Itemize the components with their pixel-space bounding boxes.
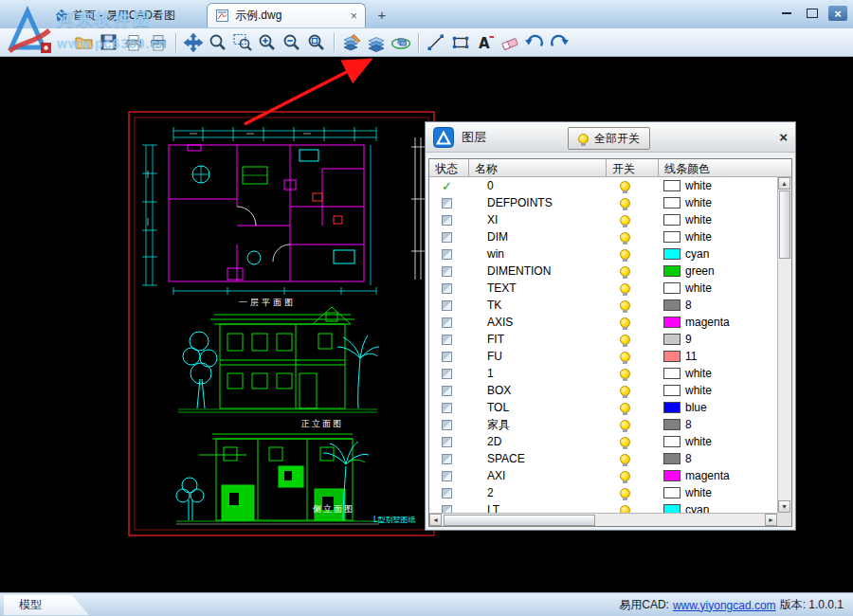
layer-panel-titlebar[interactable]: 图层 全部开关 × xyxy=(426,122,795,153)
layer-status-icon[interactable] xyxy=(442,403,452,413)
layer-status-icon[interactable] xyxy=(442,437,452,447)
model-tab[interactable]: 模型 xyxy=(4,595,91,615)
layer-status-icon[interactable] xyxy=(442,232,452,243)
scroll-right-icon[interactable]: ► xyxy=(765,514,777,526)
tab-document[interactable]: 示例.dwg × xyxy=(207,3,366,27)
layer-color-swatch[interactable] xyxy=(663,385,681,396)
layer-row[interactable]: 2 white xyxy=(429,484,777,501)
layer-color-swatch[interactable] xyxy=(663,436,681,447)
layer-status-icon[interactable] xyxy=(442,420,452,430)
layer-color-swatch[interactable] xyxy=(663,197,681,208)
layer-visibility-bulb-icon[interactable] xyxy=(620,181,630,191)
layer-color-cell[interactable]: green xyxy=(659,264,777,278)
layer-color-cell[interactable]: magenta xyxy=(659,316,777,329)
vertical-scroll-thumb[interactable] xyxy=(779,190,790,259)
layer-visibility-bulb-icon[interactable] xyxy=(620,249,630,260)
undo-button[interactable] xyxy=(522,30,547,55)
text-tool-button[interactable]: A xyxy=(473,30,498,55)
layer-row[interactable]: win cyan xyxy=(429,245,777,263)
line-tool-button[interactable] xyxy=(424,30,448,55)
scroll-left-icon[interactable]: ◄ xyxy=(429,514,442,526)
layer-row[interactable]: FU 11 xyxy=(429,348,777,365)
layer-row[interactable]: BOX white xyxy=(429,382,777,399)
layer-row[interactable]: XI white xyxy=(429,211,777,228)
layer-color-cell[interactable]: white xyxy=(659,196,777,209)
layer-visibility-bulb-icon[interactable] xyxy=(620,420,630,430)
layer-color-cell[interactable]: 8 xyxy=(659,418,777,431)
layer-visibility-bulb-icon[interactable] xyxy=(620,471,630,481)
layer-visibility-bulb-icon[interactable] xyxy=(620,454,630,464)
layer-color-swatch[interactable] xyxy=(663,231,681,243)
new-tab-button[interactable]: + xyxy=(373,6,390,23)
layer-color-swatch[interactable] xyxy=(663,180,681,191)
redo-button[interactable] xyxy=(547,30,572,55)
layer-status-icon[interactable] xyxy=(442,386,452,396)
eraser-tool-button[interactable] xyxy=(498,30,522,55)
zoom-window-button[interactable] xyxy=(230,30,255,55)
layer-color-cell[interactable]: cyan xyxy=(659,247,777,261)
layer-panel-close-icon[interactable]: × xyxy=(779,129,788,145)
layer-visibility-bulb-icon[interactable] xyxy=(620,403,630,413)
layer-status-icon[interactable]: ✓ xyxy=(442,180,452,192)
zoom-in-button[interactable] xyxy=(255,30,280,55)
layer-row[interactable]: TOL blue xyxy=(429,399,777,416)
vertical-scrollbar[interactable]: ▲ ▼ xyxy=(777,177,791,513)
layer-row[interactable]: DIM white xyxy=(429,228,777,245)
layer-color-swatch[interactable] xyxy=(663,470,681,481)
layer-color-cell[interactable]: 11 xyxy=(659,350,777,363)
layer-color-cell[interactable]: white xyxy=(659,435,777,448)
layer-status-icon[interactable] xyxy=(442,471,452,481)
minimize-button[interactable] xyxy=(777,6,796,21)
layer-color-swatch[interactable] xyxy=(663,487,681,498)
pan-button[interactable] xyxy=(181,30,206,55)
layer-visibility-bulb-icon[interactable] xyxy=(620,300,630,311)
horizontal-scrollbar[interactable]: ◄ ► xyxy=(429,513,777,526)
scroll-up-icon[interactable]: ▲ xyxy=(778,177,790,190)
layer-row[interactable]: SPACE 8 xyxy=(429,450,777,467)
close-button[interactable]: × xyxy=(828,6,847,21)
layer-status-icon[interactable] xyxy=(442,266,452,277)
layer-color-swatch[interactable] xyxy=(663,265,681,277)
layer-visibility-bulb-icon[interactable] xyxy=(620,369,630,379)
print-button[interactable] xyxy=(121,30,146,55)
layer-status-icon[interactable] xyxy=(442,488,452,498)
layer-visibility-bulb-icon[interactable] xyxy=(620,215,630,226)
plot-button[interactable] xyxy=(146,30,171,55)
layer-visibility-bulb-icon[interactable] xyxy=(620,283,630,294)
layer-row[interactable]: DIMENTION green xyxy=(429,263,777,280)
layer-visibility-bulb-icon[interactable] xyxy=(620,488,630,498)
maximize-button[interactable] xyxy=(803,6,822,21)
layer-visibility-bulb-icon[interactable] xyxy=(620,266,630,277)
layer-visibility-bulb-icon[interactable] xyxy=(620,505,630,514)
layer-color-swatch[interactable] xyxy=(663,419,681,430)
save-button[interactable] xyxy=(97,30,121,55)
layer-row[interactable]: AXIS magenta xyxy=(429,314,777,331)
layer-row[interactable]: DEFPOINTS white xyxy=(429,194,777,211)
layer-visibility-bulb-icon[interactable] xyxy=(620,437,630,447)
layer-visibility-bulb-icon[interactable] xyxy=(620,232,630,243)
rectangle-tool-button[interactable] xyxy=(448,30,473,55)
layer-color-swatch[interactable] xyxy=(663,282,681,294)
layer-color-swatch[interactable] xyxy=(663,368,681,379)
layer-row[interactable]: FIT 9 xyxy=(429,331,777,348)
layer-row[interactable]: TEXT white xyxy=(429,280,777,297)
layer-row[interactable]: LT cyan xyxy=(429,501,777,513)
tab-close-icon[interactable]: × xyxy=(350,9,357,22)
layer-color-cell[interactable]: white xyxy=(659,179,777,192)
view-3d-button[interactable] xyxy=(389,30,413,55)
layer-status-icon[interactable] xyxy=(442,283,452,294)
layer-row[interactable]: TK 8 xyxy=(429,297,777,314)
layer-row[interactable]: ✓ 0 white xyxy=(429,177,777,194)
layer-visibility-bulb-icon[interactable] xyxy=(620,335,630,345)
layer-row[interactable]: 家具 8 xyxy=(429,416,777,433)
layer-status-icon[interactable] xyxy=(442,369,452,379)
layer-color-cell[interactable]: cyan xyxy=(659,503,777,513)
layer-color-cell[interactable]: white xyxy=(659,367,777,380)
layer-status-icon[interactable] xyxy=(442,352,452,362)
layer-color-swatch[interactable] xyxy=(663,351,681,362)
layer-status-icon[interactable] xyxy=(442,454,452,464)
layer-color-cell[interactable]: white xyxy=(659,486,777,499)
layer-color-cell[interactable]: blue xyxy=(659,401,777,414)
layer-visibility-bulb-icon[interactable] xyxy=(620,317,630,328)
layer-color-swatch[interactable] xyxy=(663,402,681,413)
